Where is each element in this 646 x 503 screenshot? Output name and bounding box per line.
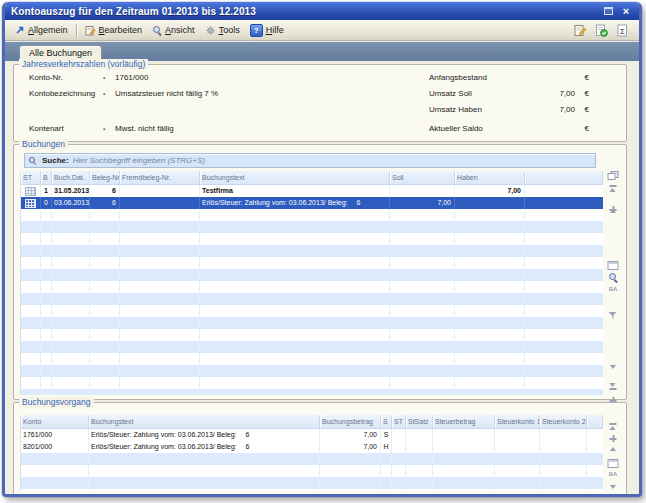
bullet-icon <box>103 126 115 132</box>
field-row: Umsatz Soll 7,00 € <box>429 88 589 99</box>
empty-row <box>21 353 603 365</box>
buchungstext-cell: Erlös/Steuer: Zahlung vom: 03.06.2013/ B… <box>89 429 320 441</box>
beleg-number: 6 <box>246 443 250 450</box>
summary-group: Jahresverkehrszahlen (vorläufig) Konto-N… <box>13 64 627 142</box>
bookings-column-header[interactable]: ST <box>21 171 41 184</box>
ba-button[interactable]: BA <box>609 471 618 478</box>
search-placeholder: Hier Suchbegriff eingeben (STRG+S) <box>73 156 205 165</box>
edit-icon <box>85 25 96 36</box>
scroll-to-top-button[interactable] <box>610 423 617 430</box>
transaction-column-header[interactable]: S <box>381 415 392 428</box>
empty-row <box>21 269 603 281</box>
magnifier-icon <box>152 25 162 35</box>
field-value: Mwst. nicht fällig <box>115 124 174 133</box>
bookings-column-header[interactable]: B <box>41 171 52 184</box>
empty-row <box>21 209 603 221</box>
scroll-to-top-button[interactable] <box>610 185 617 192</box>
transaction-column-header[interactable]: Steuerbetrag <box>433 415 495 428</box>
empty-row <box>21 257 603 269</box>
restore-window-button[interactable] <box>601 5 615 17</box>
soll-cell: 7,00 <box>390 197 455 209</box>
empty-row <box>21 329 603 341</box>
empty-row <box>21 341 603 353</box>
check-document-button[interactable] <box>595 24 608 37</box>
filter-button[interactable] <box>609 312 618 320</box>
empty-row <box>21 377 603 389</box>
transaction-column-header[interactable]: ST <box>392 415 406 428</box>
konto-cell: 1761/000 <box>21 429 89 441</box>
sum-document-button[interactable]: Σ <box>616 24 629 37</box>
transaction-column-header[interactable]: Buchungstext <box>89 415 320 428</box>
toolbar-right: Σ <box>574 24 634 37</box>
empty-row <box>21 477 603 489</box>
currency-label: € <box>575 89 589 98</box>
bookings-header: STBBuch.Dat.Beleg-Nr.Fremdbeleg-Nr.Buchu… <box>21 171 603 185</box>
menu-label: Ansicht <box>165 25 195 35</box>
transaction-table: KontoBuchungstextBuchungsbetragSSTStSatz… <box>20 415 603 491</box>
booking-row[interactable]: 003.06.20136Erlös/Steuer: Zahlung vom: 0… <box>21 197 603 209</box>
column-chooser-button[interactable] <box>608 171 619 180</box>
scroll-down-button[interactable] <box>610 485 616 489</box>
field-label: Aktueller Saldo <box>429 124 517 133</box>
goto-current-row-button[interactable] <box>610 435 617 442</box>
field-label: Umsatz Soll <box>429 89 517 98</box>
restore-icon <box>604 7 613 15</box>
filler-cell <box>587 429 603 441</box>
scroll-up-button[interactable] <box>610 447 616 451</box>
svg-text:Σ: Σ <box>620 26 625 35</box>
details-button[interactable] <box>608 261 619 270</box>
transaction-column-header[interactable]: Steuerkonto 1 <box>495 415 540 428</box>
field-value: 1761/000 <box>115 73 148 82</box>
transaction-gutter: BA <box>605 415 621 491</box>
bookings-column-header[interactable]: Buchungstext <box>200 171 390 184</box>
transaction-group: Buchungsvorgang KontoBuchungstextBuchung… <box>13 402 627 496</box>
beleg-cell: 6 <box>90 197 120 209</box>
title-bar[interactable]: Kontoauszug für den Zeitraum 01.2013 bis… <box>5 2 639 20</box>
scroll-down-button[interactable] <box>610 365 616 369</box>
fremdbeleg-cell <box>120 185 200 197</box>
empty-row <box>21 233 603 245</box>
bullet-icon <box>103 75 115 81</box>
edit-document-button[interactable] <box>574 24 587 37</box>
transaction-header: KontoBuchungstextBuchungsbetragSSTStSatz… <box>21 415 603 429</box>
bookings-column-header[interactable]: Soll <box>390 171 455 184</box>
steuerkonto1-cell <box>495 429 540 441</box>
search-input[interactable]: Suche: Hier Suchbegriff eingeben (STRG+S… <box>24 153 596 168</box>
bookings-column-header[interactable]: Buch.Dat. <box>52 171 90 184</box>
betrag-cell: 7,00 <box>320 429 381 441</box>
bookings-column-header[interactable]: Beleg-Nr. <box>90 171 120 184</box>
menu-tools[interactable]: Tools <box>200 23 245 38</box>
field-row: Umsatz Haben 7,00 € <box>429 104 589 115</box>
booking-row[interactable]: 131.05.20136Testfirma7,00 <box>21 185 603 197</box>
bookings-body: 131.05.20136Testfirma7,00003.06.20136Erl… <box>21 185 603 395</box>
details-button[interactable] <box>608 459 619 468</box>
row-search-button[interactable] <box>608 272 618 282</box>
bullet-icon <box>103 91 115 97</box>
ba-button[interactable]: BA <box>609 286 618 293</box>
beleg-cell: 6 <box>90 185 120 197</box>
currency-label: € <box>575 124 589 133</box>
bookings-column-header[interactable]: Fremdbeleg-Nr. <box>120 171 200 184</box>
transaction-column-header[interactable]: Steuerkonto 2 <box>540 415 587 428</box>
transaction-row[interactable]: 8201/000Erlös/Steuer: Zahlung vom: 03.06… <box>21 441 603 453</box>
menu-ansicht[interactable]: Ansicht <box>147 23 200 37</box>
soll-cell <box>390 185 455 197</box>
close-window-button[interactable] <box>619 5 633 17</box>
bookings-column-header[interactable]: Haben <box>455 171 525 184</box>
grid-icon <box>25 187 36 196</box>
menu-hilfe[interactable]: Hilfe <box>245 22 289 39</box>
transaction-column-header[interactable]: Buchungsbetrag <box>320 415 381 428</box>
menu-label: Tools <box>219 25 240 35</box>
bookings-table: STBBuch.Dat.Beleg-Nr.Fremdbeleg-Nr.Buchu… <box>20 171 603 395</box>
empty-row <box>21 365 603 377</box>
transaction-column-header[interactable]: StSatz <box>406 415 433 428</box>
menu-bearbeiten[interactable]: Bearbeiten <box>80 23 148 38</box>
row-type-cell <box>21 185 41 197</box>
fremdbeleg-cell <box>120 197 200 209</box>
transaction-column-header[interactable]: Konto <box>21 415 89 428</box>
transaction-row[interactable]: 1761/000Erlös/Steuer: Zahlung vom: 03.06… <box>21 429 603 441</box>
scroll-up-button[interactable] <box>610 209 616 213</box>
steuerkonto2-cell <box>540 441 587 453</box>
menu-allgemein[interactable]: Allgemein <box>10 23 73 37</box>
scroll-to-bottom-button[interactable] <box>610 383 617 390</box>
